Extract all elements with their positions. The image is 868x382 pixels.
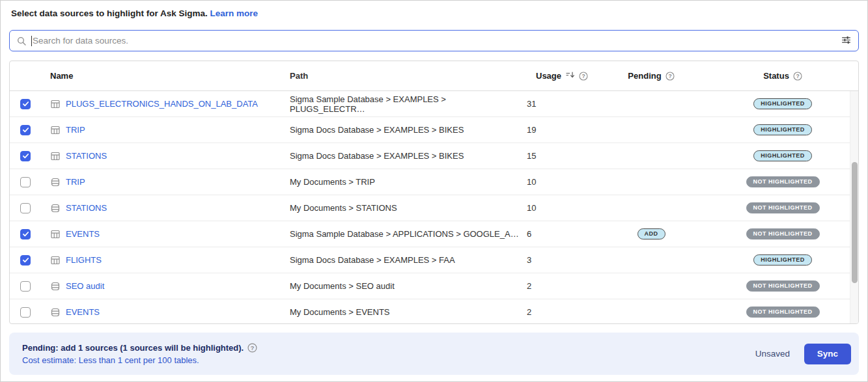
table-icon <box>50 151 61 161</box>
source-name-link[interactable]: TRIP <box>66 125 85 135</box>
table-row: EVENTS My Documents > EVENTS 2 NOT HIGHL… <box>10 299 858 324</box>
pending-help-icon[interactable]: ? <box>665 72 675 81</box>
source-name-link[interactable]: TRIP <box>66 177 85 187</box>
text-cursor <box>31 36 32 46</box>
svg-text:?: ? <box>581 73 585 79</box>
status-cell: NOT HIGHLIGHTED <box>713 176 852 187</box>
row-checkbox-cell <box>10 307 50 318</box>
usage-count: 3 <box>519 255 589 265</box>
table-row: STATIONS Sigma Docs Database > EXAMPLES … <box>10 143 858 169</box>
scrollbar-track[interactable] <box>850 91 858 323</box>
source-name-link[interactable]: SEO audit <box>66 281 104 291</box>
row-checkbox-cell <box>10 99 50 109</box>
table-row: STATIONS My Documents > STATIONS 10 NOT … <box>10 195 858 221</box>
pending-badge: ADD <box>637 228 665 239</box>
source-path: My Documents > TRIP <box>290 177 519 187</box>
status-badge: NOT HIGHLIGHTED <box>746 176 820 187</box>
row-checkbox-cell <box>10 177 50 187</box>
checkmark-icon <box>21 230 30 238</box>
usage-count: 15 <box>519 151 589 161</box>
table-row: PLUGS_ELECTRONICS_HANDS_ON_LAB_DATA Sigm… <box>10 91 858 117</box>
status-cell: NOT HIGHLIGHTED <box>713 228 852 239</box>
search-bar[interactable] <box>9 30 859 51</box>
header-status: Status ? <box>713 71 852 81</box>
pending-banner-text: Pending: add 1 sources (1 sources will b… <box>22 343 755 365</box>
header-path: Path <box>290 71 519 81</box>
status-badge: HIGHLIGHTED <box>753 254 812 266</box>
row-checkbox[interactable] <box>20 281 31 292</box>
row-checkbox-cell <box>10 125 50 135</box>
status-cell: HIGHLIGHTED <box>713 254 852 266</box>
cost-estimate: Cost estimate: Less than 1 cent per 100 … <box>22 355 755 365</box>
sort-descending-icon[interactable] <box>565 70 575 81</box>
source-path: Sigma Docs Database > EXAMPLES > FAA <box>290 255 519 265</box>
source-path: Sigma Docs Database > EXAMPLES > BIKES <box>290 151 519 161</box>
row-checkbox[interactable] <box>20 125 31 135</box>
intro-text: Select data sources to highlight for Ask… <box>11 8 208 18</box>
source-name-cell: PLUGS_ELECTRONICS_HANDS_ON_LAB_DATA <box>50 99 290 109</box>
source-path: Sigma Sample Database > APPLICATIONS > G… <box>290 229 519 239</box>
table-row: EVENTS Sigma Sample Database > APPLICATI… <box>10 221 858 247</box>
source-name-cell: SEO audit <box>50 281 290 292</box>
search-icon <box>16 36 27 46</box>
header-usage-label: Usage <box>536 71 561 81</box>
usage-count: 2 <box>519 307 589 317</box>
status-help-icon[interactable]: ? <box>793 72 802 81</box>
status-cell: NOT HIGHLIGHTED <box>713 202 852 213</box>
row-checkbox-cell <box>10 229 50 239</box>
checkmark-icon <box>21 152 30 160</box>
status-cell: HIGHLIGHTED <box>713 124 852 135</box>
source-name-cell: TRIP <box>50 177 290 187</box>
footer-actions: Unsaved Sync <box>755 344 851 364</box>
source-path: My Documents > STATIONS <box>290 203 519 213</box>
table-row: TRIP Sigma Docs Database > EXAMPLES > BI… <box>10 117 858 143</box>
dataset-icon <box>50 177 61 187</box>
row-checkbox[interactable] <box>20 151 31 161</box>
sync-button[interactable]: Sync <box>804 344 851 364</box>
source-name-link[interactable]: FLIGHTS <box>66 255 102 265</box>
table-header-row: Name Path Usage ? Pending ? Status <box>10 61 858 91</box>
row-checkbox[interactable] <box>20 203 31 213</box>
source-path: Sigma Docs Database > EXAMPLES > BIKES <box>290 125 519 135</box>
status-cell: NOT HIGHLIGHTED <box>713 280 852 292</box>
search-input[interactable] <box>33 36 841 46</box>
row-checkbox[interactable] <box>20 177 31 187</box>
header-pending: Pending ? <box>589 71 713 81</box>
source-name-link[interactable]: EVENTS <box>66 307 100 317</box>
unsaved-status: Unsaved <box>755 349 790 359</box>
filter-options-button[interactable] <box>841 34 852 48</box>
row-checkbox[interactable] <box>20 99 31 109</box>
source-path: My Documents > EVENTS <box>290 307 519 317</box>
checkmark-icon <box>21 256 30 264</box>
row-checkbox[interactable] <box>20 307 31 318</box>
status-badge: NOT HIGHLIGHTED <box>746 307 820 318</box>
scrollbar-thumb[interactable] <box>852 162 858 283</box>
header-pending-label: Pending <box>628 71 661 81</box>
svg-text:?: ? <box>668 73 671 79</box>
usage-count: 6 <box>519 229 589 239</box>
source-name-link[interactable]: STATIONS <box>66 151 107 161</box>
header-name: Name <box>50 71 290 81</box>
table-icon <box>50 255 61 266</box>
row-checkbox[interactable] <box>20 255 31 266</box>
status-badge: NOT HIGHLIGHTED <box>746 280 820 292</box>
pending-summary-help-icon[interactable]: ? <box>247 343 257 353</box>
pending-summary: Pending: add 1 sources (1 sources will b… <box>22 343 244 353</box>
ask-sigma-data-sources-panel: Select data sources to highlight for Ask… <box>0 0 868 382</box>
source-name-link[interactable]: EVENTS <box>66 229 100 239</box>
source-name-cell: TRIP <box>50 125 290 135</box>
usage-help-icon[interactable]: ? <box>579 72 588 81</box>
source-name-link[interactable]: PLUGS_ELECTRONICS_HANDS_ON_LAB_DATA <box>66 99 258 109</box>
source-name-link[interactable]: STATIONS <box>66 203 107 213</box>
pending-banner: Pending: add 1 sources (1 sources will b… <box>9 333 859 375</box>
status-badge: HIGHLIGHTED <box>753 98 812 109</box>
learn-more-link[interactable]: Learn more <box>210 8 259 18</box>
header-usage[interactable]: Usage ? <box>519 70 589 81</box>
status-badge: HIGHLIGHTED <box>753 124 812 135</box>
source-name-cell: EVENTS <box>50 307 290 318</box>
row-checkbox-cell <box>10 281 50 292</box>
usage-count: 10 <box>519 177 589 187</box>
sliders-icon <box>841 34 852 48</box>
row-checkbox[interactable] <box>20 229 31 239</box>
pending-cell: ADD <box>589 228 713 239</box>
